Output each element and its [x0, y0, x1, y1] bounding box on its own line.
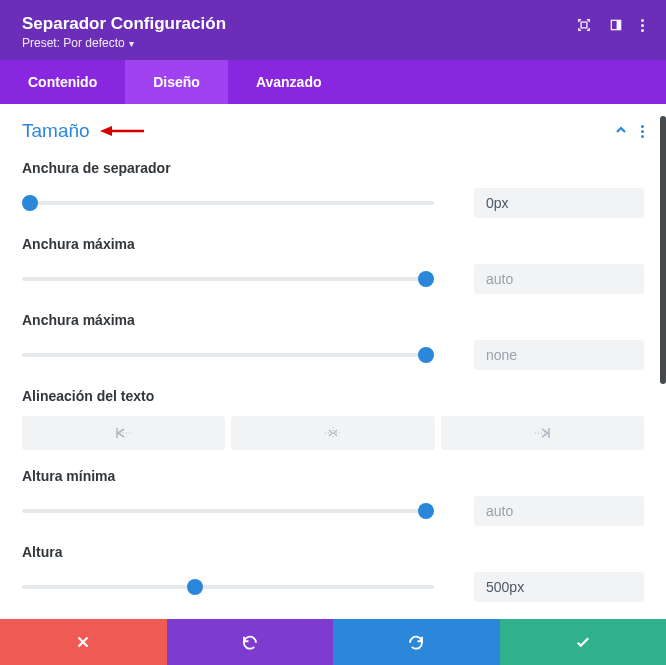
tab-design[interactable]: Diseño: [125, 60, 228, 104]
slider-sep-width[interactable]: [22, 194, 434, 212]
label-max-width-2: Anchura máxima: [22, 312, 644, 328]
slider-max-width-1[interactable]: [22, 270, 434, 288]
tab-advanced[interactable]: Avanzado: [228, 60, 350, 104]
svg-rect-2: [617, 20, 621, 29]
redo-button[interactable]: [333, 619, 500, 665]
svg-marker-4: [100, 126, 112, 136]
align-left-button[interactable]: [22, 416, 225, 450]
svg-rect-0: [581, 22, 587, 28]
chevron-up-icon[interactable]: [615, 123, 627, 139]
more-icon[interactable]: [641, 19, 644, 32]
tabs: Contenido Diseño Avanzado: [0, 60, 666, 104]
label-max-width-1: Anchura máxima: [22, 236, 644, 252]
slider-height[interactable]: [22, 578, 434, 596]
scrollbar[interactable]: [660, 116, 666, 384]
label-text-align: Alineación del texto: [22, 388, 644, 404]
undo-button[interactable]: [167, 619, 334, 665]
preset-dropdown[interactable]: Preset: Por defecto ▾: [22, 36, 226, 50]
input-min-height[interactable]: auto: [474, 496, 644, 526]
footer-actions: [0, 619, 666, 665]
modal-title: Separador Configuración: [22, 14, 226, 34]
label-min-height: Altura mínima: [22, 468, 644, 484]
chevron-down-icon: ▾: [129, 38, 134, 49]
modal-header: Separador Configuración Preset: Por defe…: [0, 0, 666, 60]
panel-body: Tamaño Anchura de separador: [0, 104, 666, 604]
input-max-width-2[interactable]: none: [474, 340, 644, 370]
save-button[interactable]: [500, 619, 667, 665]
align-center-button[interactable]: [231, 416, 434, 450]
input-sep-width[interactable]: 0px: [474, 188, 644, 218]
expand-icon[interactable]: [577, 18, 591, 32]
preset-label: Preset: Por defecto: [22, 36, 125, 50]
annotation-arrow: [100, 124, 144, 138]
slider-max-width-2[interactable]: [22, 346, 434, 364]
slider-min-height[interactable]: [22, 502, 434, 520]
tab-content[interactable]: Contenido: [0, 60, 125, 104]
label-sep-width: Anchura de separador: [22, 160, 644, 176]
input-height[interactable]: 500px: [474, 572, 644, 602]
snap-icon[interactable]: [609, 18, 623, 32]
section-more-icon[interactable]: [641, 125, 644, 138]
label-height: Altura: [22, 544, 644, 560]
section-title[interactable]: Tamaño: [22, 120, 90, 142]
align-right-button[interactable]: [441, 416, 644, 450]
input-max-width-1[interactable]: auto: [474, 264, 644, 294]
cancel-button[interactable]: [0, 619, 167, 665]
